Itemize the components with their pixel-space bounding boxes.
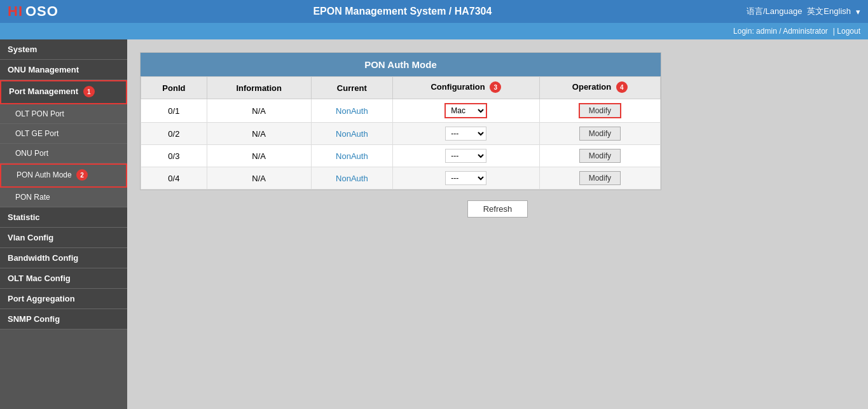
modify-button[interactable]: Modify [579,149,621,163]
config-select[interactable]: Mac---LoidHybrid [445,171,486,185]
header-title: EPON Management System / HA7304 [59,6,747,17]
cell-current: NonAuth [311,123,392,145]
cell-operation: Modify [539,145,660,167]
modify-button[interactable]: Modify [579,171,621,185]
table-row: 0/3N/ANonAuthMac---LoidHybridModify [141,145,661,167]
sidebar-item-snmp-config[interactable]: SNMP Config [0,309,127,329]
sidebar-item-onu-port[interactable]: ONU Port [0,144,127,163]
cell-pon-id: 0/2 [141,123,207,145]
table-row: 0/4N/ANonAuthMac---LoidHybridModify [141,167,661,190]
badge-3: 3 [490,81,501,93]
col-operation: Operation 4 [539,77,660,99]
cell-information: N/A [207,99,311,123]
cell-pon-id: 0/3 [141,145,207,167]
cell-configuration[interactable]: Mac---LoidHybrid [393,99,540,123]
logout-link[interactable]: | Logout [833,27,860,36]
language-label: 语言/Language [747,6,802,17]
cell-pon-id: 0/1 [141,99,207,123]
sidebar-item-system[interactable]: System [0,39,127,60]
header-lang: 语言/Language 英文English ▾ [747,6,860,17]
cell-information: N/A [207,145,311,167]
cell-information: N/A [207,167,311,190]
sidebar-item-pon-rate[interactable]: PON Rate [0,188,127,207]
logo-text: HIOSO [8,3,59,20]
table-row: 0/1N/ANonAuthMac---LoidHybridModify [141,99,661,123]
config-select[interactable]: Mac---LoidHybrid [445,127,486,141]
sidebar-item-statistic[interactable]: Statistic [0,207,127,228]
cell-current: NonAuth [311,99,392,123]
sidebar-item-vlan-config[interactable]: Vlan Config [0,228,127,248]
table-row: 0/2N/ANonAuthMac---LoidHybridModify [141,123,661,145]
sidebar-item-onu-management[interactable]: ONU Management [0,60,127,80]
config-select[interactable]: Mac---LoidHybrid [444,103,487,118]
refresh-area: Refresh [140,190,855,228]
cell-current: NonAuth [311,145,392,167]
refresh-button[interactable]: Refresh [467,200,528,218]
header-bottom: Login: admin / Administrator | Logout [0,23,868,39]
col-configuration: Configuration 3 [393,77,540,99]
cell-operation: Modify [539,167,660,190]
col-information: Information [207,77,311,99]
content-area: PON Auth Mode PonId Information Current … [127,39,868,409]
chevron-down-icon[interactable]: ▾ [856,7,860,17]
logo-oso: OSO [25,3,59,19]
cell-information: N/A [207,123,311,145]
header-top: HIOSO EPON Management System / HA7304 语言… [0,0,868,23]
badge-4: 4 [616,81,628,93]
sidebar-item-port-aggregation[interactable]: Port Aggregation [0,289,127,309]
main-layout: System ONU Management Port Management 1 … [0,39,868,409]
logo: HIOSO [8,3,59,20]
sidebar-item-port-management[interactable]: Port Management 1 [0,80,127,104]
badge-1: 1 [83,86,95,97]
cell-operation: Modify [539,99,660,123]
cell-configuration[interactable]: Mac---LoidHybrid [393,145,540,167]
sidebar-item-olt-ge-port[interactable]: OLT GE Port [0,124,127,144]
cell-operation: Modify [539,123,660,145]
table-card-header: PON Auth Mode [141,53,661,76]
cell-current: NonAuth [311,167,392,190]
config-select[interactable]: Mac---LoidHybrid [445,149,486,163]
login-text: Login: admin / Administrator [733,27,828,36]
pon-auth-mode-card: PON Auth Mode PonId Information Current … [140,52,661,190]
col-pon-id: PonId [141,77,207,99]
modify-button[interactable]: Modify [579,127,621,141]
badge-2: 2 [76,169,88,181]
logo-hi: HI [8,3,23,19]
sidebar-item-olt-mac-config[interactable]: OLT Mac Config [0,268,127,289]
cell-configuration[interactable]: Mac---LoidHybrid [393,123,540,145]
language-value[interactable]: 英文English [807,6,851,17]
modify-button[interactable]: Modify [579,103,621,118]
sidebar: System ONU Management Port Management 1 … [0,39,127,409]
sidebar-item-bandwidth-config[interactable]: Bandwidth Config [0,248,127,268]
cell-pon-id: 0/4 [141,167,207,190]
sidebar-item-pon-auth-mode[interactable]: PON Auth Mode 2 [0,163,127,188]
col-current: Current [311,77,392,99]
cell-configuration[interactable]: Mac---LoidHybrid [393,167,540,190]
sidebar-item-olt-pon-port[interactable]: OLT PON Port [0,104,127,124]
pon-auth-table: PonId Information Current Configuration … [141,76,661,190]
